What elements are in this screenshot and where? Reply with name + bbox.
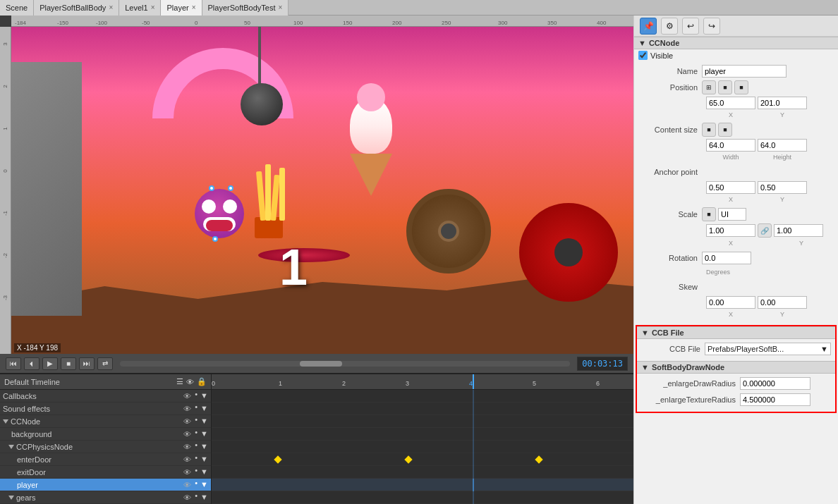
tl-row-enterdoor[interactable]: enterDoor 👁 • ▼ (0, 453, 211, 466)
arrow-bg[interactable]: ▼ (200, 429, 208, 439)
tab-player[interactable]: Player × (161, 0, 202, 16)
ccbfile-section-arrow[interactable]: ▼ (641, 328, 649, 337)
pos-y-input[interactable] (758, 97, 807, 109)
cs-w-input[interactable] (706, 139, 755, 152)
pin-btn[interactable]: 📌 (640, 18, 657, 35)
softbody-section-arrow[interactable]: ▼ (641, 363, 649, 371)
tab-playersoftbodytest[interactable]: PlayerSoftBodyTest × (202, 0, 289, 16)
eye-ccnode[interactable]: 👁 (182, 417, 192, 426)
dot-sound[interactable]: • (193, 404, 199, 410)
dot-bg[interactable]: • (193, 429, 199, 435)
eye-gears[interactable]: 👁 (182, 493, 192, 503)
step-back-btn[interactable]: ⏴ (24, 357, 40, 370)
tab-close-3[interactable]: × (192, 4, 196, 11)
timeline-lock-btn[interactable]: 🔒 (197, 377, 207, 386)
scrub-bar[interactable] (120, 361, 570, 367)
tl-row-exitdoor[interactable]: exitDoor 👁 • ▼ (0, 466, 211, 479)
skew-y-input[interactable] (758, 296, 807, 309)
tl-row-background[interactable]: background 👁 • ▼ (0, 428, 211, 441)
play-btn[interactable]: ▶ (42, 357, 58, 370)
arrow-player[interactable]: ▼ (200, 480, 208, 490)
dot-exit[interactable]: • (193, 467, 199, 473)
expand-ccnode[interactable] (3, 419, 8, 424)
scale-row: Scale ■ (638, 207, 834, 221)
eye-bg[interactable]: 👁 (182, 429, 192, 439)
position-values (638, 97, 834, 109)
arrow-ccnode[interactable]: ▼ (200, 417, 208, 426)
skew-x-input[interactable] (706, 296, 755, 309)
skip-to-start-btn[interactable]: ⏮ (6, 357, 21, 370)
timeline-menu-btn[interactable]: ☰ (176, 377, 183, 386)
gear-large (406, 189, 491, 273)
arrow-sound[interactable]: ▼ (200, 404, 208, 414)
dot-ccnode[interactable]: • (193, 417, 199, 422)
ruler-top: -184 -150 -100 -50 0 50 100 150 200 250 … (11, 16, 633, 27)
tl-row-callbacks[interactable]: Callbacks 👁 • ▼ (0, 390, 211, 402)
cs-h-input[interactable] (758, 139, 807, 152)
game-viewport[interactable]: 1 X -184 Y 198 (11, 27, 633, 354)
ccnode-section-arrow[interactable]: ▼ (638, 39, 646, 47)
eye-callbacks[interactable]: 👁 (182, 391, 192, 401)
expand-physics[interactable] (8, 445, 14, 449)
anchor-values (638, 181, 834, 194)
name-input[interactable] (702, 65, 787, 78)
loop-btn[interactable]: ⇄ (97, 357, 113, 370)
expand-gears[interactable] (8, 496, 14, 500)
dot-physics[interactable]: • (193, 442, 199, 448)
tab-close-1[interactable]: × (109, 4, 113, 11)
pos-y-type-btn[interactable]: ■ (734, 80, 748, 94)
anchor-y-input[interactable] (758, 181, 807, 194)
eye-enter[interactable]: 👁 (182, 455, 192, 465)
eye-exit[interactable]: 👁 (182, 467, 192, 477)
cs-type2-btn[interactable]: ■ (718, 123, 732, 137)
scale-lock-btn[interactable]: 🔗 (758, 223, 772, 238)
pos-x-type-btn[interactable]: ■ (718, 80, 732, 94)
arrow-exit[interactable]: ▼ (200, 467, 208, 477)
position-controls: ⊞ ■ ■ (702, 80, 748, 94)
dot-callbacks[interactable]: • (193, 391, 199, 397)
eye-player[interactable]: 👁 (182, 480, 192, 490)
redo-btn[interactable]: ↪ (703, 18, 720, 35)
tl-row-ccnode[interactable]: CCNode 👁 • ▼ (0, 415, 211, 428)
pos-type-btn[interactable]: ⊞ (702, 80, 716, 94)
gear-btn[interactable]: ⚙ (661, 18, 678, 35)
scale-y-input[interactable] (774, 224, 823, 237)
tab-playersoftballbody[interactable]: PlayerSoftBallBody × (34, 0, 119, 16)
cs-height-label: Height (758, 154, 807, 161)
dot-enter[interactable]: • (193, 455, 199, 460)
enlarge-draw-input[interactable] (740, 377, 810, 390)
timeline-eye-btn[interactable]: 👁 (186, 378, 194, 386)
anchor-x-input[interactable] (706, 181, 755, 194)
dot-gears[interactable]: • (193, 493, 199, 498)
tab-close-4[interactable]: × (279, 4, 283, 11)
tl-row-player[interactable]: player 👁 • ▼ (0, 479, 211, 491)
tl-row-gears[interactable]: gears 👁 • ▼ (0, 491, 211, 504)
ccbfile-select[interactable]: Prefabs/PlayerSoftB... ▼ (705, 343, 831, 355)
scale-x-input[interactable] (706, 224, 755, 237)
tab-level1[interactable]: Level1 × (119, 0, 161, 16)
tl-row-ccphysics[interactable]: CCPhysicsNode 👁 • ▼ (0, 441, 211, 453)
enlarge-texture-input[interactable] (740, 393, 810, 406)
arrow-enter[interactable]: ▼ (200, 455, 208, 465)
tl-row-soundeffects[interactable]: Sound effects 👁 • ▼ (0, 402, 211, 415)
skip-to-end-btn[interactable]: ⏭ (79, 357, 95, 370)
dot-player[interactable]: • (193, 480, 199, 486)
tab-bar: Scene PlayerSoftBallBody × Level1 × Play… (0, 0, 838, 16)
eye-sound[interactable]: 👁 (182, 404, 192, 414)
tab-close-2[interactable]: × (151, 4, 155, 11)
arrow-physics[interactable]: ▼ (200, 442, 208, 452)
visible-checkbox[interactable] (638, 51, 648, 60)
tab-scene[interactable]: Scene (0, 0, 34, 16)
scale-type-btn[interactable]: ■ (702, 207, 716, 221)
rotation-input[interactable] (702, 252, 751, 264)
eye-physics[interactable]: 👁 (182, 442, 192, 452)
stop-btn[interactable]: ■ (61, 357, 76, 370)
cs-wh-labels: Width Height (638, 154, 834, 161)
undo-btn[interactable]: ↩ (682, 18, 699, 35)
scale-mode-input[interactable] (718, 208, 746, 221)
cs-type-btn[interactable]: ■ (702, 123, 716, 137)
pos-x-input[interactable] (706, 97, 755, 109)
arrow-callbacks[interactable]: ▼ (200, 391, 208, 401)
scrub-thumb[interactable] (300, 361, 342, 367)
arrow-gears[interactable]: ▼ (200, 493, 208, 503)
